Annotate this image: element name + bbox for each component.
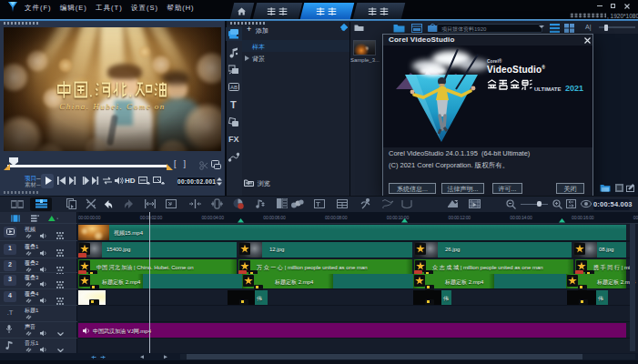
svg-text:T: T: [316, 200, 320, 208]
svg-text:AB: AB: [230, 85, 238, 90]
